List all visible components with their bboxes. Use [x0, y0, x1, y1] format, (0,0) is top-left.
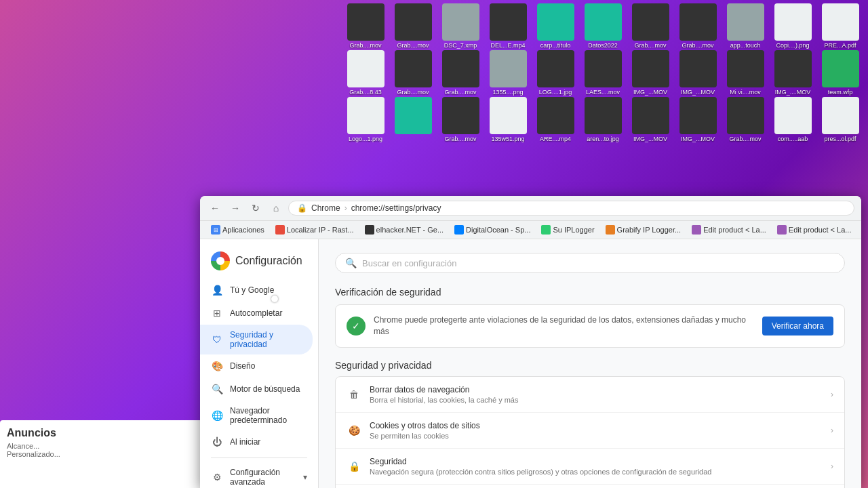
sidebar-advanced[interactable]: ⚙ Configuración avanzada ▾	[200, 462, 318, 488]
bookmark-label: Su IPLogger	[553, 226, 594, 234]
desktop-icon[interactable]	[390, 97, 436, 142]
desktop-icon[interactable]: DEL...E.mp4	[485, 3, 531, 49]
privacy-item-title-seguridad: Seguridad	[370, 457, 823, 466]
privacy-item-sitios[interactable]: ⚙ Configuración de sitios Controla qué i…	[336, 485, 844, 488]
desktop-icon[interactable]: LOG....1.jpg	[532, 50, 578, 96]
desktop-icon[interactable]: IMG_....MOV	[770, 50, 816, 96]
privacy-item-title-borrar: Borrar datos de navegación	[370, 385, 823, 394]
privacy-item-text-cookies: Cookies y otros datos de sitios Se permi…	[370, 421, 823, 440]
palette-icon: 🎨	[211, 360, 223, 372]
sidebar-item-iniciar[interactable]: ⏻ Al iniciar	[200, 430, 313, 453]
bookmark-digitalocean[interactable]: DigitalOcean - Sp...	[450, 224, 534, 236]
desktop-icon[interactable]: IMG_...MOV	[675, 50, 721, 96]
sidebar-label-privacidad: Seguridad y privacidad	[230, 330, 302, 349]
desktop-icon[interactable]: ARE....mp4	[532, 97, 578, 142]
back-button[interactable]: ←	[207, 200, 223, 216]
ads-title: Anuncios	[7, 427, 203, 439]
bookmark-label: Edit product < La...	[789, 226, 852, 234]
desktop-icon[interactable]: LAES....mov	[580, 50, 626, 96]
bookmark-grabify[interactable]: Grabify IP Logger...	[601, 224, 686, 236]
address-bar[interactable]: 🔒 Chrome › chrome://settings/privacy	[288, 201, 854, 216]
sidebar-item-google[interactable]: 👤 Tú y Google	[200, 279, 313, 302]
desktop-icon[interactable]: IMG_...MOV	[627, 50, 673, 96]
privacy-item-desc-borrar: Borra el historial, las cookies, la cach…	[370, 396, 823, 404]
bookmark-edit1[interactable]: Edit product < La...	[688, 224, 770, 236]
bookmark-blazse[interactable]: Blazse IP Logger	[858, 224, 861, 236]
desktop-icon[interactable]: Grab....mov	[342, 3, 389, 49]
bookmark-apps[interactable]: ⊞ Aplicaciones	[207, 224, 269, 236]
ads-reach: Alcance...	[7, 442, 203, 450]
desktop-icon[interactable]: Grab....8.43	[342, 50, 389, 96]
verify-button[interactable]: Verificar ahora	[762, 317, 833, 336]
privacy-item-cookies[interactable]: 🍪 Cookies y otros datos de sitios Se per…	[336, 413, 844, 449]
desktop-icon[interactable]: Grab....mov	[437, 50, 484, 96]
desktop-icon[interactable]: PRE...A.pdf	[817, 3, 863, 49]
search-placeholder: Buscar en configuración	[362, 258, 456, 268]
privacy-section-title: Seguridad y privacidad	[335, 360, 845, 371]
desktop-icon[interactable]: Grab....mov	[390, 3, 436, 49]
privacy-item-text-borrar: Borrar datos de navegación Borra el hist…	[370, 385, 823, 404]
person-icon: 👤	[211, 284, 223, 296]
desktop-icon[interactable]: Grab....mov	[437, 97, 484, 142]
bookmarks-bar: ⊞ Aplicaciones Localizar IP - Rast... el…	[200, 221, 861, 239]
desktop-icon[interactable]: 1355....png	[485, 50, 531, 96]
sidebar-item-privacidad[interactable]: 🛡 Seguridad y privacidad	[200, 325, 313, 354]
desktop-icon[interactable]: 135w51.png	[485, 97, 531, 142]
desktop-icon[interactable]: Copi....).png	[770, 3, 816, 49]
sidebar-label-diseno: Diseño	[230, 361, 255, 371]
desktop-icon[interactable]: IMG_...MOV	[675, 97, 721, 142]
chevron-down-icon: ▾	[303, 472, 307, 482]
sidebar-item-diseno[interactable]: 🎨 Diseño	[200, 354, 313, 378]
settings-search[interactable]: 🔍 Buscar en configuración	[335, 253, 845, 273]
settings-main: 🔍 Buscar en configuración Verificación d…	[319, 239, 861, 488]
desktop-icon[interactable]: Mi vi....mov	[722, 50, 768, 96]
chrome-logo-icon	[211, 251, 230, 270]
home-button[interactable]: ⌂	[268, 200, 284, 216]
browser-content: Configuración 👤 Tú y Google ⊞ Autocomple…	[200, 239, 861, 488]
settings-logo: Configuración	[200, 246, 318, 279]
settings-title: Configuración	[235, 255, 302, 267]
settings-icon: ⚙	[211, 471, 223, 483]
lock-icon: 🔒	[297, 203, 307, 213]
desktop-icon[interactable]: Logo...1.png	[342, 97, 389, 142]
desktop-icon[interactable]: Grab....mov	[627, 3, 673, 49]
desktop-icon[interactable]: IMG_...MOV	[627, 97, 673, 142]
ads-panel: Anuncios Alcance... Personalizado...	[0, 420, 210, 488]
desktop-icon[interactable]: com.....aab	[770, 97, 816, 142]
desktop-icon[interactable]: DSC_7.xmp	[437, 3, 484, 49]
bookmark-localizar[interactable]: Localizar IP - Rast...	[271, 224, 358, 236]
bookmark-label: Localizar IP - Rast...	[287, 226, 354, 234]
desktop-icon[interactable]: carp...título	[532, 3, 578, 49]
security-icon: 🔒	[347, 459, 361, 474]
bookmark-iplogger[interactable]: Su IPLogger	[537, 224, 598, 236]
privacy-item-desc-cookies: Se permiten las cookies	[370, 432, 823, 440]
forward-button[interactable]: →	[227, 200, 243, 216]
apps-favicon: ⊞	[211, 225, 220, 235]
arrow-icon-cookies: ›	[831, 426, 833, 435]
advanced-label: Configuración avanzada	[230, 468, 296, 487]
sidebar-item-autocompletar[interactable]: ⊞ Autocompletar	[200, 302, 313, 325]
desktop-icon[interactable]: Grab....mov	[675, 3, 721, 49]
sidebar-label-google: Tú y Google	[230, 285, 274, 295]
desktop-icon[interactable]: pres...ol.pdf	[817, 97, 863, 142]
desktop-icon[interactable]: team.wfp	[817, 50, 863, 96]
reload-button[interactable]: ↻	[248, 200, 264, 216]
privacy-item-borrar[interactable]: 🗑 Borrar datos de navegación Borra el hi…	[336, 377, 844, 413]
desktop-icon[interactable]: app...touch	[722, 3, 768, 49]
desktop-icon[interactable]: Datos2022	[580, 3, 626, 49]
grabify-favicon	[606, 225, 615, 235]
sidebar-item-navegador[interactable]: 🌐 Navegador predeterminado	[200, 401, 313, 430]
address-separator: ›	[344, 203, 347, 213]
arrow-icon-borrar: ›	[831, 390, 833, 399]
privacy-item-seguridad[interactable]: 🔒 Seguridad Navegación segura (protecció…	[336, 449, 844, 485]
bookmark-edit2[interactable]: Edit product < La...	[773, 224, 856, 236]
desktop-icon[interactable]: Grab....mov	[722, 97, 768, 142]
desktop-icon[interactable]: aren...to.jpg	[580, 97, 626, 142]
sidebar-item-motor[interactable]: 🔍 Motor de búsqueda	[200, 378, 313, 401]
browser-icon: 🌐	[211, 409, 223, 422]
address-site: Chrome	[311, 203, 340, 213]
grid-icon: ⊞	[211, 307, 223, 319]
edit2-favicon	[777, 225, 787, 235]
bookmark-elhacker[interactable]: elhacker.NET - Ge...	[361, 224, 448, 236]
desktop-icon[interactable]: Grab....mov	[390, 50, 436, 96]
